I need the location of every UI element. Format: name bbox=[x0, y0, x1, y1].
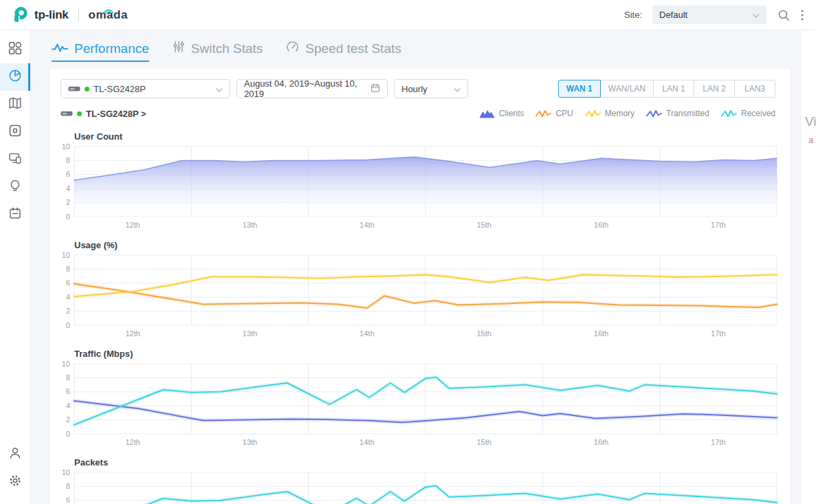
usage-chart-block: Usage (%) 024681012th13th14th15th16th17t… bbox=[60, 240, 780, 342]
sidebar-item-clients[interactable] bbox=[0, 146, 30, 173]
svg-text:17th: 17th bbox=[711, 438, 725, 446]
clients-icon bbox=[8, 151, 22, 168]
sidebar-item-log[interactable] bbox=[0, 201, 30, 228]
device-legend-row: TL-SG2428P > Clients CPU bbox=[60, 106, 780, 121]
sidebar-item-map[interactable] bbox=[0, 91, 30, 118]
svg-text:10: 10 bbox=[62, 468, 70, 476]
svg-text:4: 4 bbox=[66, 293, 70, 301]
kebab-menu-icon[interactable] bbox=[801, 9, 804, 21]
date-range-picker[interactable]: August 04, 2019~August 10, 2019 bbox=[236, 79, 388, 98]
devices-icon bbox=[8, 124, 22, 140]
packets-chart[interactable]: 024681012th13th14th15th16th17th bbox=[60, 470, 780, 504]
legend-item-memory[interactable]: Memory bbox=[585, 109, 635, 118]
omada-wifi-arcs-icon bbox=[103, 3, 114, 17]
tab-performance[interactable]: Performance bbox=[52, 41, 149, 62]
legend-item-cpu[interactable]: CPU bbox=[536, 109, 573, 118]
switch-device-icon bbox=[60, 110, 73, 117]
log-icon bbox=[8, 206, 22, 223]
svg-text:13th: 13th bbox=[243, 438, 257, 446]
svg-text:16th: 16th bbox=[594, 221, 608, 229]
pulse-line-icon bbox=[52, 41, 68, 56]
site-selector-value: Default bbox=[659, 10, 687, 20]
svg-text:6: 6 bbox=[66, 170, 70, 178]
chart-title: Packets bbox=[74, 457, 780, 468]
edge-text-fragment: Vi bbox=[805, 114, 816, 129]
insight-bulb-icon bbox=[8, 179, 22, 195]
sidebar-item-statistics[interactable] bbox=[0, 63, 30, 91]
svg-text:15th: 15th bbox=[476, 438, 491, 446]
interval-selector[interactable]: Hourly bbox=[394, 79, 468, 98]
received-line-swatch-icon bbox=[721, 109, 737, 118]
svg-text:14th: 14th bbox=[360, 221, 374, 229]
sidebar-bottom-group bbox=[0, 441, 30, 504]
site-selector[interactable]: Default bbox=[652, 6, 767, 24]
speedometer-icon bbox=[286, 41, 299, 56]
site-label: Site: bbox=[624, 10, 642, 20]
sidebar-item-settings[interactable] bbox=[0, 468, 30, 496]
sidebar-item-dashboard[interactable] bbox=[0, 36, 30, 63]
chevron-down-icon bbox=[753, 10, 760, 20]
svg-text:6: 6 bbox=[66, 278, 70, 287]
account-icon bbox=[8, 446, 22, 463]
svg-text:12th: 12th bbox=[125, 438, 140, 446]
port-button-wan1[interactable]: WAN 1 bbox=[558, 80, 601, 98]
chart-title: Usage (%) bbox=[74, 240, 780, 251]
svg-text:8: 8 bbox=[66, 373, 70, 382]
legend-item-transmitted[interactable]: Transmitted bbox=[646, 109, 709, 118]
legend-item-received[interactable]: Received bbox=[721, 109, 775, 118]
search-icon[interactable] bbox=[777, 8, 791, 22]
top-header: tp-link omada Site: Default bbox=[0, 0, 816, 30]
map-icon bbox=[8, 96, 22, 113]
svg-text:2: 2 bbox=[66, 307, 70, 315]
svg-text:4: 4 bbox=[66, 402, 70, 410]
tab-switch-stats-label: Switch Stats bbox=[191, 41, 263, 56]
brand-tp-link-text: tp-link bbox=[34, 8, 69, 22]
device-status-dot bbox=[85, 87, 89, 91]
tab-speed-test-stats-label: Speed test Stats bbox=[305, 41, 401, 56]
svg-text:10: 10 bbox=[62, 251, 70, 259]
tab-switch-stats[interactable]: Switch Stats bbox=[173, 41, 263, 62]
legend-label: Transmitted bbox=[666, 109, 709, 118]
calendar-icon bbox=[371, 83, 380, 95]
performance-card: TL-SG2428P August 04, 2019~August 10, 20… bbox=[49, 69, 791, 504]
svg-text:13th: 13th bbox=[243, 221, 257, 229]
brand-divider bbox=[78, 8, 79, 22]
port-button-lan1[interactable]: LAN 1 bbox=[653, 80, 694, 98]
svg-text:10: 10 bbox=[62, 360, 70, 368]
chevron-down-icon bbox=[454, 84, 461, 94]
tab-speed-test-stats[interactable]: Speed test Stats bbox=[286, 41, 401, 62]
user-count-chart[interactable]: 024681012th13th14th15th16th17th bbox=[60, 144, 780, 233]
legend-item-clients[interactable]: Clients bbox=[479, 109, 525, 118]
port-button-lan2[interactable]: LAN 2 bbox=[694, 80, 735, 98]
sidebar-item-account[interactable] bbox=[0, 441, 30, 468]
svg-text:0: 0 bbox=[66, 212, 70, 221]
clients-area-swatch-icon bbox=[479, 109, 495, 118]
tp-link-logo bbox=[11, 6, 28, 23]
chart-toolbar: TL-SG2428P August 04, 2019~August 10, 20… bbox=[60, 78, 780, 99]
sidebar-item-insight[interactable] bbox=[0, 173, 30, 201]
svg-text:8: 8 bbox=[66, 482, 70, 490]
svg-text:0: 0 bbox=[66, 321, 70, 329]
svg-text:14th: 14th bbox=[360, 438, 374, 446]
legend-label: CPU bbox=[555, 109, 573, 118]
svg-text:13th: 13th bbox=[243, 329, 257, 338]
device-selector-value: TL-SG2428P bbox=[93, 84, 146, 94]
svg-text:17th: 17th bbox=[711, 329, 725, 338]
header-actions: Site: Default bbox=[624, 6, 816, 24]
traffic-chart[interactable]: 024681012th13th14th15th16th17th bbox=[60, 361, 780, 450]
device-selector[interactable]: TL-SG2428P bbox=[60, 79, 230, 98]
cpu-line-swatch-icon bbox=[536, 109, 551, 118]
svg-text:15th: 15th bbox=[476, 221, 491, 229]
settings-gear-icon bbox=[8, 474, 22, 490]
right-edge-peek-panel: Vi a bbox=[802, 30, 816, 504]
sidebar-item-devices[interactable] bbox=[0, 118, 30, 146]
chevron-down-icon bbox=[216, 84, 223, 94]
svg-text:8: 8 bbox=[66, 265, 70, 273]
left-sidebar bbox=[0, 30, 30, 504]
usage-chart[interactable]: 024681012th13th14th15th16th17th bbox=[60, 252, 780, 342]
svg-text:10: 10 bbox=[62, 142, 70, 151]
port-button-lan3[interactable]: LAN3 bbox=[734, 80, 775, 98]
port-button-wanlan[interactable]: WAN/LAN bbox=[600, 80, 654, 98]
chart-title: Traffic (Mbps) bbox=[74, 349, 780, 360]
device-name-link[interactable]: TL-SG2428P > bbox=[60, 109, 146, 119]
